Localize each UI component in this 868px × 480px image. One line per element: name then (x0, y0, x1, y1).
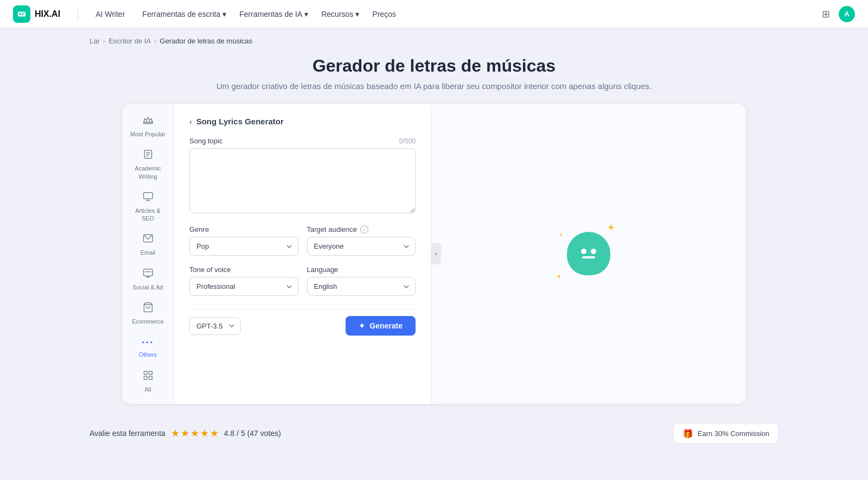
chevron-down-icon: ▾ (355, 10, 359, 18)
sidebar-item-articles-seo[interactable]: Articles & SEO (126, 187, 170, 227)
star-5: ★ (210, 427, 219, 439)
sidebar-item-label-most-popular: Most Popular (130, 130, 165, 138)
sidebar-item-most-popular[interactable]: Most Popular (126, 110, 170, 142)
academic-icon (143, 149, 154, 162)
tone-col: Tone of voice Professional Casual Romant… (189, 266, 298, 296)
main-layout: Most Popular Academic Writing (122, 104, 746, 404)
star-2: ★ (181, 427, 189, 439)
breadcrumb-sep-1: › (103, 37, 105, 45)
social-icon (143, 268, 154, 281)
generate-label: Generate (369, 321, 403, 330)
sidebar: Most Popular Academic Writing (122, 104, 174, 404)
target-audience-label-row: Target audience i (307, 225, 416, 233)
back-chevron-icon: ‹ (189, 117, 192, 126)
email-icon (143, 233, 154, 247)
star-3: ★ (190, 427, 199, 439)
target-audience-col: Target audience i Everyone Children Teen… (307, 225, 416, 256)
svg-rect-4 (143, 122, 152, 124)
sidebar-item-label-others: Others (139, 351, 157, 358)
language-label: Language (307, 266, 339, 274)
tone-select[interactable]: Professional Casual Romantic Humorous Dr… (189, 277, 298, 296)
target-audience-select[interactable]: Everyone Children Teenagers Adults Senio… (307, 237, 416, 256)
svg-rect-19 (149, 371, 152, 374)
collapse-button[interactable]: « (431, 243, 441, 264)
sidebar-item-email[interactable]: Email (126, 229, 170, 261)
tone-label: Tone of voice (189, 266, 231, 274)
grid-icon[interactable]: ⊞ (822, 8, 830, 20)
logo-text: HIX.AI (35, 9, 60, 19)
language-select[interactable]: English Spanish Portuguese French German… (307, 277, 416, 296)
bottom-bar: Avalie esta ferramenta ★ ★ ★ ★ ★ 4.8 / 5… (0, 415, 868, 452)
generate-button[interactable]: ✦ Generate (346, 316, 416, 336)
song-topic-field: Song topic 0/500 (189, 137, 416, 216)
logo-icon (13, 5, 30, 23)
svg-rect-2 (22, 13, 25, 14)
sidebar-item-social-ad[interactable]: Social & Ad (126, 263, 170, 295)
breadcrumb-current: Gerador de letras de músicas (160, 37, 253, 45)
rating-label: Avalie esta ferramenta (90, 429, 165, 438)
stars: ★ ★ ★ ★ ★ (171, 427, 219, 439)
logo[interactable]: HIX.AI (13, 5, 60, 23)
earn-label: Earn 30% Commission (698, 430, 769, 438)
sidebar-item-academic-writing[interactable]: Academic Writing (126, 144, 170, 185)
nav-right: ⊞ A (822, 6, 855, 22)
genre-label: Genre (189, 225, 209, 233)
tone-label-row: Tone of voice (189, 266, 298, 274)
star-4: ★ (200, 427, 209, 439)
nav-links: Ferramentas de escrita ▾ Ferramentas de … (142, 10, 805, 18)
sidebar-item-label-academic-writing: Academic Writing (129, 165, 168, 180)
form-panel-header[interactable]: ‹ Song Lyrics Generator (189, 117, 416, 126)
breadcrumb-home[interactable]: Lar (90, 37, 100, 45)
page-subtitle: Um gerador criativo de letras de músicas… (0, 81, 868, 91)
genre-audience-row: Genre Pop Rock Jazz Hip-Hop Country R&B … (189, 225, 416, 256)
star-1: ★ (171, 427, 180, 439)
svg-rect-18 (144, 371, 147, 374)
breadcrumb-sep-2: › (154, 37, 156, 45)
sidebar-item-label-email: Email (141, 249, 156, 256)
mascot-area: ✦ ✦ ✦ (556, 221, 621, 286)
target-audience-label: Target audience (307, 225, 358, 233)
main-container: Most Popular Academic Writing (0, 104, 868, 404)
ecommerce-icon (143, 302, 154, 315)
nav-divider (78, 9, 78, 20)
song-topic-label: Song topic (189, 137, 222, 145)
avatar[interactable]: A (839, 6, 855, 22)
svg-rect-13 (143, 269, 152, 276)
mascot-face (581, 249, 596, 258)
chevron-down-icon: ▾ (304, 10, 308, 18)
star-icon-bottom-left: ✦ (556, 273, 562, 281)
sidebar-item-label-articles-seo: Articles & SEO (129, 207, 168, 223)
genre-select[interactable]: Pop Rock Jazz Hip-Hop Country R&B Classi… (189, 237, 298, 256)
sidebar-item-all[interactable]: All (126, 365, 170, 397)
form-footer: GPT-3.5 GPT-4 GPT-4o ✦ Generate (189, 309, 416, 336)
page-title: Gerador de letras de músicas (0, 56, 868, 76)
wand-icon: ✦ (359, 321, 365, 330)
sidebar-item-label-social-ad: Social & Ad (132, 283, 163, 291)
song-topic-textarea[interactable] (189, 148, 416, 213)
page-header: Gerador de letras de músicas Um gerador … (0, 49, 868, 104)
svg-rect-21 (149, 376, 152, 379)
nav-link-ferramentas-escrita[interactable]: Ferramentas de escrita ▾ (142, 10, 226, 18)
nav-link-recursos[interactable]: Recursos ▾ (321, 10, 359, 18)
breadcrumb-parent[interactable]: Escritor de IA (108, 37, 151, 45)
earn-commission-button[interactable]: 🎁 Earn 30% Commission (673, 424, 778, 444)
rating-score: 4.8 / 5 (47 votes) (224, 429, 281, 438)
genre-col: Genre Pop Rock Jazz Hip-Hop Country R&B … (189, 225, 298, 256)
navigation: HIX.AI AI Writer Ferramentas de escrita … (0, 0, 868, 28)
song-topic-counter: 0/500 (399, 137, 416, 145)
sidebar-item-label-ecommerce: Ecommerce (132, 318, 164, 325)
chevron-down-icon: ▾ (222, 10, 226, 18)
genre-label-row: Genre (189, 225, 298, 233)
nav-link-precos[interactable]: Preços (372, 10, 396, 18)
star-icon-small: ✦ (559, 232, 563, 238)
others-icon: ··· (142, 336, 154, 349)
breadcrumb: Lar › Escritor de IA › Gerador de letras… (0, 28, 868, 49)
nav-link-ferramentas-ia[interactable]: Ferramentas de IA ▾ (239, 10, 308, 18)
sidebar-item-others[interactable]: ··· Others (126, 332, 170, 363)
tone-language-row: Tone of voice Professional Casual Romant… (189, 266, 416, 296)
gpt-select[interactable]: GPT-3.5 GPT-4 GPT-4o (189, 317, 241, 335)
gift-icon: 🎁 (682, 428, 693, 439)
sidebar-item-ecommerce[interactable]: Ecommerce (126, 298, 170, 330)
info-icon: i (360, 225, 368, 233)
svg-rect-3 (22, 14, 24, 15)
